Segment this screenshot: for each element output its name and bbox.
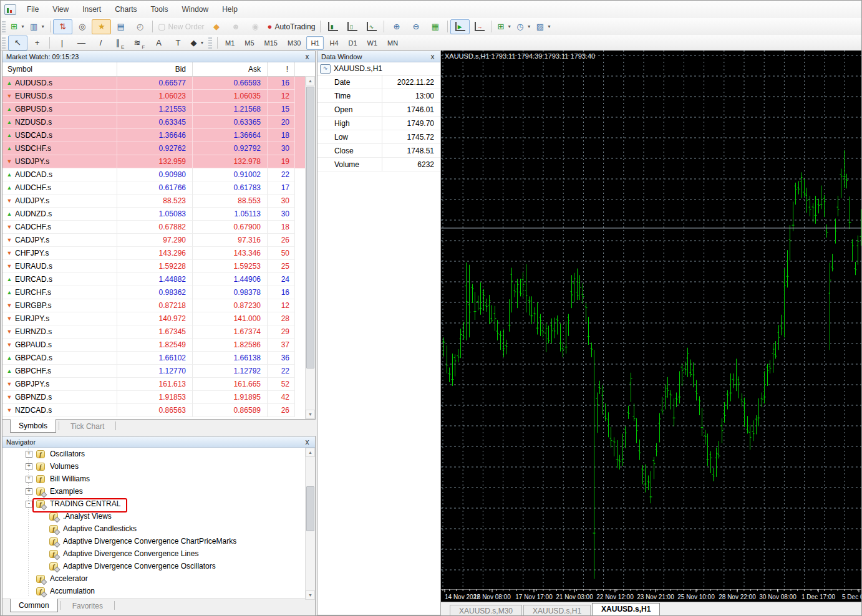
auto-scroll-button[interactable]: ▶: [450, 19, 470, 34]
market-watch-row[interactable]: ▼GBPJPY.s161.613161.66552: [2, 378, 315, 391]
vertical-scrollbar[interactable]: ▲▼: [305, 76, 315, 419]
close-icon[interactable]: x: [303, 439, 311, 445]
new-chart-dropdown-icon[interactable]: ▼: [21, 24, 25, 29]
market-watch-row[interactable]: ▼EURAUD.s1.592281.5925325: [2, 260, 315, 273]
close-icon[interactable]: x: [429, 54, 437, 60]
market-watch-row[interactable]: ▲USDCHF.s0.927620.9279230: [2, 142, 315, 155]
market-watch-row[interactable]: ▼EURJPY.s140.972141.00028: [2, 312, 315, 325]
chart-bars-button[interactable]: ▮: [323, 19, 342, 34]
market-watch-row[interactable]: ▼CADCHF.s0.678820.6790018: [2, 221, 315, 234]
market-watch-row[interactable]: ▲EURCHF.s0.983620.9837816: [2, 286, 315, 299]
timeframe-h4[interactable]: H4: [325, 36, 342, 50]
navigator-item-trading-central[interactable]: -fTRADING CENTRAL: [2, 498, 315, 510]
zoom-out-button[interactable]: ⊖: [406, 19, 425, 34]
expand-icon[interactable]: +: [26, 451, 32, 458]
chart-window[interactable]: XAUUSD.s,H1 1793.11 1794.39 1793.11 1793…: [441, 51, 862, 616]
market-watch-row[interactable]: ▼EURGBP.s0.872180.8723012: [2, 299, 315, 312]
collapse-icon[interactable]: -: [26, 501, 32, 508]
indicators-dropdown-icon[interactable]: ▼: [507, 24, 511, 29]
new-chart-button[interactable]: ⊞▼: [8, 19, 27, 34]
profiles-button[interactable]: ▥▼: [27, 19, 47, 34]
notifications-button[interactable]: ◆: [207, 19, 226, 34]
market-watch-row[interactable]: ▲AUDCHF.s0.617660.6178317: [2, 181, 315, 195]
market-watch-tab-symbols[interactable]: Symbols: [10, 419, 56, 433]
navigator-item-accelerator[interactable]: fAccelerator: [2, 572, 315, 585]
horizontal-line-button[interactable]: —: [72, 36, 91, 51]
market-watch-row[interactable]: ▼NZDCAD.s0.865630.8658926: [2, 404, 315, 417]
navigator-item-adaptive-divergence-convergence-lines[interactable]: fAdaptive Divergence Convergence Lines: [2, 547, 315, 560]
menu-tools[interactable]: Tools: [144, 2, 175, 16]
terminal-button[interactable]: ▤: [111, 19, 130, 34]
scroll-down-icon[interactable]: ▼: [306, 410, 315, 419]
column-header-ask[interactable]: Ask: [193, 62, 268, 76]
scroll-down-icon[interactable]: ▼: [306, 590, 315, 600]
scroll-thumb[interactable]: [306, 87, 314, 368]
market-watch-row[interactable]: ▲AUDUSD.s0.665770.6659316: [2, 77, 315, 90]
column-header-spread[interactable]: !: [268, 62, 295, 76]
menu-window[interactable]: Window: [175, 2, 216, 16]
navigator-button[interactable]: ★: [92, 19, 111, 34]
chart-shift-button[interactable]: →: [470, 19, 489, 34]
profiles-dropdown-icon[interactable]: ▼: [41, 24, 45, 29]
timeframe-h1[interactable]: H1: [306, 36, 324, 50]
market-watch-row[interactable]: ▲AUDNZD.s1.050831.0511330: [2, 208, 315, 221]
timeframe-m15[interactable]: M15: [260, 36, 282, 50]
column-header-bid[interactable]: Bid: [117, 62, 193, 76]
navigator-item-adaptive-divergence-convergence-chartpricemarks[interactable]: fAdaptive Divergence Convergence ChartPr…: [2, 535, 315, 547]
timeframe-m30[interactable]: M30: [283, 36, 305, 50]
periods-dropdown-icon[interactable]: ▼: [527, 24, 531, 29]
navigator-item-examples[interactable]: +fExamples: [2, 485, 315, 498]
equidistant-channel-button[interactable]: ∥E: [110, 36, 130, 51]
market-watch-row[interactable]: ▼CADJPY.s97.29097.31626: [2, 234, 315, 247]
market-watch-row[interactable]: ▲GBPCAD.s1.661021.6613836: [2, 352, 315, 365]
arrows-dropdown-icon[interactable]: ▼: [200, 41, 205, 45]
market-watch-row[interactable]: ▼EURNZD.s1.673451.6737429: [2, 325, 315, 339]
market-watch-row[interactable]: ▼USDJPY.s132.959132.97819: [2, 155, 315, 168]
crosshair-button[interactable]: +: [27, 36, 47, 51]
market-watch-tab-tick-chart[interactable]: Tick Chart: [62, 420, 113, 432]
market-watch-row[interactable]: ▼GBPNZD.s1.918531.9189542: [2, 391, 315, 404]
navigator-item-accumulation[interactable]: fAccumulation: [2, 585, 315, 597]
market-watch-row[interactable]: ▲EURCAD.s1.448821.4490624: [2, 273, 315, 286]
chart-tab-xauusd-s-h1[interactable]: XAUUSD.s,H1: [592, 603, 660, 616]
navigator-item-bill-williams[interactable]: +fBill Williams: [2, 473, 315, 485]
expand-icon[interactable]: +: [26, 476, 32, 483]
new-order-button[interactable]: ▢New Order: [155, 19, 206, 34]
expand-icon[interactable]: +: [26, 488, 32, 495]
timeframe-w1[interactable]: W1: [363, 36, 382, 50]
templates-dropdown-icon[interactable]: ▼: [547, 24, 551, 29]
timeframe-d1[interactable]: D1: [344, 36, 362, 50]
market-watch-row[interactable]: ▼EURUSD.s1.060231.0603512: [2, 90, 315, 103]
chat-button[interactable]: ☻: [226, 19, 246, 34]
strategy-tester-button[interactable]: ◴: [130, 19, 150, 34]
navigator-item-oscillators[interactable]: +fOscillators: [2, 448, 315, 460]
autotrading-button[interactable]: ●AutoTrading: [265, 19, 318, 34]
toolbar-grip[interactable]: [2, 37, 6, 49]
text-button[interactable]: A: [149, 36, 168, 51]
data-window-button[interactable]: ◎: [72, 19, 92, 34]
market-watch-row[interactable]: ▼CHFJPY.s143.296143.34650: [2, 247, 315, 260]
text-label-button[interactable]: T: [168, 36, 188, 51]
menu-insert[interactable]: Insert: [75, 2, 108, 16]
market-watch-row[interactable]: ▲GBPUSD.s1.215531.2156815: [2, 103, 315, 116]
vertical-scrollbar[interactable]: ▲▼: [305, 448, 315, 600]
market-watch-row[interactable]: ▼GBPAUD.s1.825491.8258637: [2, 339, 315, 352]
navigator-tab-common[interactable]: Common: [10, 599, 58, 612]
timeframe-mn[interactable]: MN: [383, 36, 402, 50]
chart-tab-xauusd-s-m30[interactable]: XAUUSD.s,M30: [450, 605, 522, 616]
tile-windows-button[interactable]: ▦: [425, 19, 445, 34]
menu-charts[interactable]: Charts: [108, 2, 143, 16]
menu-file[interactable]: File: [20, 2, 46, 16]
market-watch-row[interactable]: ▼AUDJPY.s88.52388.55330: [2, 195, 315, 208]
chart-candles-button[interactable]: ▯: [342, 19, 362, 34]
news-button[interactable]: ◉: [246, 19, 265, 34]
scroll-thumb[interactable]: [306, 486, 314, 531]
toolbar-grip[interactable]: [208, 37, 212, 49]
zoom-in-button[interactable]: ⊕: [387, 19, 406, 34]
toolbar-grip[interactable]: [2, 21, 6, 32]
market-watch-row[interactable]: ▲AUDCAD.s0.909800.9100222: [2, 168, 315, 181]
navigator-item-adaptive-divergence-convergence-oscillators[interactable]: fAdaptive Divergence Convergence Oscilla…: [2, 560, 315, 572]
price-chart[interactable]: XAUUSD.s,H1 1793.11 1794.39 1793.11 1793…: [441, 51, 862, 602]
market-watch-row[interactable]: ▲NZDUSD.s0.633450.6336520: [2, 116, 315, 129]
trend-line-button[interactable]: /: [91, 36, 110, 51]
